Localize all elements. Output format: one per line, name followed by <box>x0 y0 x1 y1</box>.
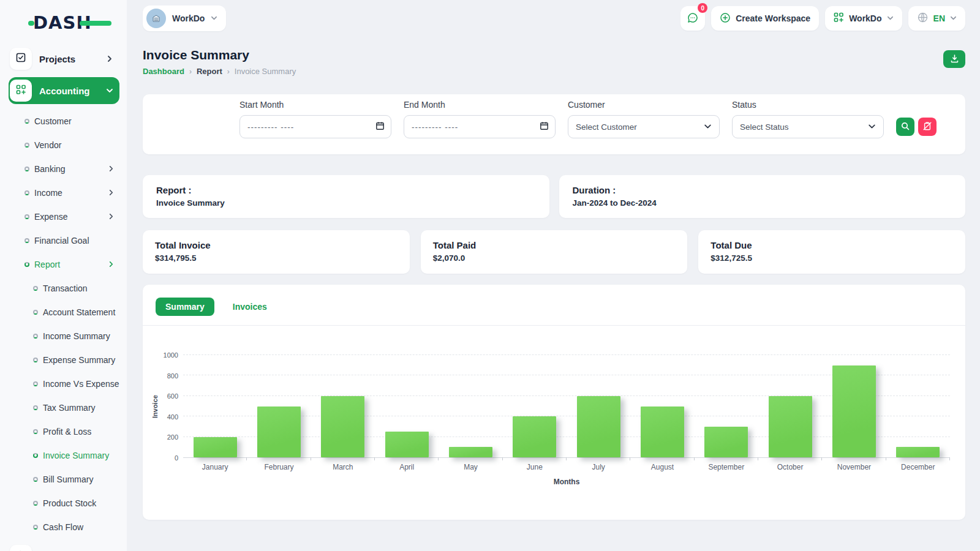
sidebar-item-cash-flow[interactable]: Cash Flow <box>9 515 119 539</box>
bullet-icon <box>33 429 38 434</box>
sidebar-item-expense[interactable]: Expense <box>9 204 119 228</box>
sidebar-item-account-statement[interactable]: Account Statement <box>9 300 119 324</box>
total-card-total-paid: Total Paid $2,070.0 <box>421 230 688 274</box>
breadcrumb-separator: › <box>227 67 230 76</box>
end-month-input[interactable] <box>404 115 556 138</box>
total-card-total-due: Total Due $312,725.5 <box>698 230 965 274</box>
messages-badge: 0 <box>698 3 707 13</box>
sidebar-item-projects[interactable]: Projects <box>9 45 119 72</box>
total-value: $312,725.5 <box>710 253 953 263</box>
bar-april[interactable] <box>385 432 429 457</box>
chart-slot-june <box>503 355 567 457</box>
start-month-label: Start Month <box>239 100 391 110</box>
clipboard-off-icon <box>923 122 932 132</box>
grid-plus-icon <box>834 12 844 24</box>
bar-june[interactable] <box>513 416 556 457</box>
sidebar-item-hrm[interactable]: HRM <box>9 542 119 551</box>
sidebar-item-banking[interactable]: Banking <box>9 157 119 181</box>
bar-december[interactable] <box>896 447 940 457</box>
workdo-menu-button[interactable]: WorkDo <box>825 6 902 31</box>
messages-button[interactable]: 0 <box>680 6 705 31</box>
workspace-switcher[interactable]: WorkDo <box>143 6 226 31</box>
bar-may[interactable] <box>449 447 492 457</box>
bar-november[interactable] <box>832 365 876 457</box>
report-submenu: Transaction Account Statement Income Sum… <box>9 276 119 539</box>
customer-select[interactable]: Select Customer <box>568 115 720 138</box>
apply-filter-button[interactable] <box>896 118 914 136</box>
bar-july[interactable] <box>577 396 620 457</box>
sidebar-item-transaction[interactable]: Transaction <box>9 276 119 300</box>
total-value: $314,795.5 <box>155 253 398 263</box>
sidebar-item-financial-goal[interactable]: Financial Goal <box>9 228 119 252</box>
end-month-label: End Month <box>404 100 556 110</box>
y-tick-label: 0 <box>175 454 178 462</box>
chart-slot-september <box>695 355 758 457</box>
x-tick-label: April <box>375 463 439 471</box>
breadcrumb-report[interactable]: Report <box>197 67 222 76</box>
sidebar-item-customer[interactable]: Customer <box>9 109 119 133</box>
chart-slot-august <box>630 355 694 457</box>
x-tick-label: July <box>567 463 630 471</box>
bar-september[interactable] <box>704 427 748 457</box>
y-tick-label: 400 <box>167 413 178 421</box>
chart-y-ticks: 02004006008001000 <box>159 355 183 458</box>
chart-x-axis-title: Months <box>159 478 950 486</box>
sidebar-item-profit-loss[interactable]: Profit & Loss <box>9 419 119 443</box>
tab-invoices[interactable]: Invoices <box>223 298 277 316</box>
total-value: $2,070.0 <box>433 253 676 263</box>
bullet-icon <box>24 167 29 171</box>
status-select[interactable]: Select Status <box>732 115 884 138</box>
chevron-down-icon <box>868 122 876 130</box>
chart-x-labels: JanuaryFebruaryMarchAprilMayJuneJulyAugu… <box>183 463 950 471</box>
customer-field: Customer Select Customer <box>568 100 720 138</box>
tab-summary[interactable]: Summary <box>156 298 214 316</box>
chevron-down-icon <box>887 13 894 23</box>
sidebar-item-accounting[interactable]: Accounting <box>9 77 119 104</box>
sidebar-item-vendor[interactable]: Vendor <box>9 133 119 157</box>
create-workspace-button[interactable]: Create Workspace <box>711 6 819 31</box>
download-report-button[interactable] <box>943 50 965 68</box>
duration-info-card: Duration : Jan-2024 to Dec-2024 <box>559 175 966 218</box>
bar-october[interactable] <box>769 396 812 457</box>
bullet-icon <box>33 501 38 506</box>
bar-january[interactable] <box>194 437 237 457</box>
sidebar-item-expense-summary[interactable]: Expense Summary <box>9 348 119 372</box>
chart-slot-january <box>183 355 247 457</box>
report-info-row: Report : Invoice Summary Duration : Jan-… <box>143 175 965 218</box>
report-info-card: Report : Invoice Summary <box>143 175 549 218</box>
bar-february[interactable] <box>257 407 301 458</box>
total-label: Total Paid <box>433 240 676 250</box>
sidebar: DASH Projects Accounting Customer <box>0 0 127 551</box>
reset-filter-button[interactable] <box>918 118 937 136</box>
breadcrumb-dashboard[interactable]: Dashboard <box>143 67 184 76</box>
chart-tabs: Summary Invoices <box>143 285 965 326</box>
chart-card: Summary Invoices Invoice 020040060080010… <box>143 285 965 520</box>
total-label: Total Invoice <box>155 240 398 250</box>
bar-march[interactable] <box>321 396 364 457</box>
bullet-icon <box>24 214 29 219</box>
sidebar-item-income-vs-expense[interactable]: Income Vs Expense <box>9 372 119 395</box>
bullet-icon <box>24 262 29 267</box>
bar-august[interactable] <box>641 407 684 458</box>
start-month-input[interactable] <box>239 115 391 138</box>
bullet-icon <box>33 286 38 291</box>
invoice-chart: Invoice 02004006008001000 JanuaryFebruar… <box>143 326 965 486</box>
sidebar-item-income-summary[interactable]: Income Summary <box>9 324 119 348</box>
sidebar-item-income[interactable]: Income <box>9 181 119 204</box>
bullet-icon <box>33 310 38 315</box>
sidebar-item-tax-summary[interactable]: Tax Summary <box>9 395 119 419</box>
customer-label: Customer <box>568 100 720 110</box>
sidebar-item-product-stock[interactable]: Product Stock <box>9 491 119 515</box>
language-selector[interactable]: EN <box>908 6 965 31</box>
y-tick-label: 600 <box>167 392 178 400</box>
main-content: WorkDo 0 Create Workspace <box>127 0 980 520</box>
topbar: WorkDo 0 Create Workspace <box>143 5 965 32</box>
projects-chip <box>10 48 32 70</box>
sidebar-item-invoice-summary[interactable]: Invoice Summary <box>9 443 119 467</box>
sidebar-item-bill-summary[interactable]: Bill Summary <box>9 467 119 491</box>
sidebar-item-label: Accounting <box>39 86 106 96</box>
dash-logo[interactable]: DASH <box>33 12 107 32</box>
sidebar-item-report[interactable]: Report <box>9 252 119 276</box>
bullet-icon <box>33 525 38 530</box>
workspace-name: WorkDo <box>172 13 205 23</box>
